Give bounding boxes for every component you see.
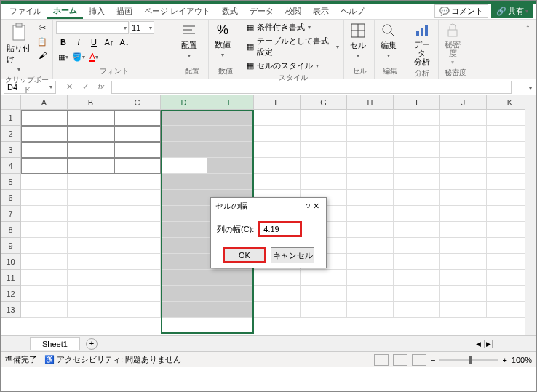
cell[interactable] <box>68 286 114 302</box>
cell[interactable] <box>161 110 207 126</box>
cell[interactable] <box>161 254 207 270</box>
zoom-in-button[interactable]: + <box>502 356 506 364</box>
paste-button[interactable]: 貼り付け▾ <box>4 21 33 74</box>
cell[interactable] <box>440 270 487 286</box>
cell[interactable] <box>114 222 161 238</box>
menu-data[interactable]: データ <box>244 4 279 18</box>
col-header[interactable]: J <box>440 95 487 110</box>
cell[interactable] <box>254 142 301 158</box>
cell[interactable] <box>207 142 254 158</box>
cell[interactable] <box>68 142 114 158</box>
cell[interactable] <box>21 222 68 238</box>
cell[interactable] <box>21 110 68 126</box>
cell[interactable] <box>114 206 161 222</box>
format-painter-button[interactable]: 🖌 <box>35 49 49 62</box>
cell[interactable] <box>207 302 254 318</box>
cell[interactable] <box>114 286 161 302</box>
cell[interactable] <box>114 254 161 270</box>
cell[interactable] <box>440 158 487 174</box>
cell[interactable] <box>301 142 347 158</box>
menu-draw[interactable]: 描画 <box>111 4 138 18</box>
row-header[interactable]: 6 <box>1 190 21 206</box>
cell[interactable] <box>347 174 394 190</box>
cell[interactable] <box>161 190 207 206</box>
cut-button[interactable]: ✂ <box>35 21 49 34</box>
cell[interactable] <box>347 222 394 238</box>
cell[interactable] <box>68 302 114 318</box>
formula-expand-button[interactable]: ▾ <box>525 83 536 92</box>
cell[interactable] <box>440 238 487 254</box>
zoom-level[interactable]: 100% <box>512 356 532 364</box>
font-size-select[interactable]: 11▾ <box>130 21 154 34</box>
normal-view-button[interactable] <box>374 354 389 366</box>
horizontal-scroll[interactable]: ◀▶ <box>474 340 493 348</box>
cell[interactable] <box>207 126 254 142</box>
number-format-button[interactable]: % 数値▾ <box>212 21 234 60</box>
sensitivity-button[interactable]: 秘密 度▾ <box>442 21 464 67</box>
cell[interactable] <box>440 222 487 238</box>
cell[interactable] <box>301 174 347 190</box>
cell[interactable] <box>21 174 68 190</box>
accessibility-status[interactable]: ♿ アクセシビリティ: 問題ありません <box>44 354 181 365</box>
cell[interactable] <box>254 302 301 318</box>
cell[interactable] <box>440 126 487 142</box>
cell[interactable] <box>394 158 440 174</box>
col-header[interactable]: D <box>161 95 207 110</box>
cell[interactable] <box>68 270 114 286</box>
insert-function-button[interactable]: fx <box>94 82 108 92</box>
menu-review[interactable]: 校閲 <box>279 4 307 18</box>
cell[interactable] <box>114 174 161 190</box>
cell[interactable] <box>347 190 394 206</box>
ok-button[interactable]: OK <box>223 247 266 263</box>
cell[interactable] <box>161 126 207 142</box>
font-color-button[interactable]: A▾ <box>87 50 101 63</box>
cell[interactable] <box>347 158 394 174</box>
confirm-edit-button[interactable]: ✓ <box>78 82 92 92</box>
cell[interactable] <box>161 142 207 158</box>
cell[interactable] <box>161 158 207 174</box>
cell[interactable] <box>68 238 114 254</box>
col-header[interactable]: B <box>68 95 114 110</box>
italic-button[interactable]: I <box>71 36 86 49</box>
menu-help[interactable]: ヘルプ <box>335 4 370 18</box>
cell[interactable] <box>21 302 68 318</box>
col-header[interactable]: F <box>254 95 301 110</box>
cell[interactable] <box>207 158 254 174</box>
cell[interactable] <box>21 126 68 142</box>
cell[interactable] <box>161 270 207 286</box>
cell[interactable] <box>440 174 487 190</box>
cell[interactable] <box>68 174 114 190</box>
cell[interactable] <box>394 142 440 158</box>
menu-insert[interactable]: 挿入 <box>83 4 111 18</box>
cell[interactable] <box>68 254 114 270</box>
row-header[interactable]: 7 <box>1 206 21 222</box>
editing-button[interactable]: 編集▾ <box>378 21 399 60</box>
cell[interactable] <box>347 142 394 158</box>
cell[interactable] <box>68 206 114 222</box>
cancel-button[interactable]: キャンセル <box>271 247 314 263</box>
cell[interactable] <box>21 190 68 206</box>
zoom-slider[interactable] <box>439 359 498 361</box>
cell[interactable] <box>21 238 68 254</box>
cell[interactable] <box>347 126 394 142</box>
underline-button[interactable]: U <box>87 36 101 49</box>
row-header[interactable]: 12 <box>1 286 21 302</box>
cell[interactable] <box>114 158 161 174</box>
cell[interactable] <box>207 286 254 302</box>
cell[interactable] <box>114 110 161 126</box>
cell[interactable] <box>68 222 114 238</box>
copy-button[interactable]: 📋 <box>35 35 49 48</box>
font-name-select[interactable]: ▾ <box>56 21 129 34</box>
cell[interactable] <box>161 222 207 238</box>
menu-file[interactable]: ファイル <box>4 4 47 18</box>
cell[interactable] <box>394 190 440 206</box>
dialog-close-button[interactable]: ✕ <box>310 201 322 211</box>
cell[interactable] <box>440 190 487 206</box>
col-header[interactable]: C <box>114 95 161 110</box>
cell[interactable] <box>114 190 161 206</box>
cell[interactable] <box>440 254 487 270</box>
cell[interactable] <box>207 270 254 286</box>
cell[interactable] <box>347 254 394 270</box>
cell[interactable] <box>301 158 347 174</box>
name-box[interactable]: D4▾ <box>4 81 56 94</box>
